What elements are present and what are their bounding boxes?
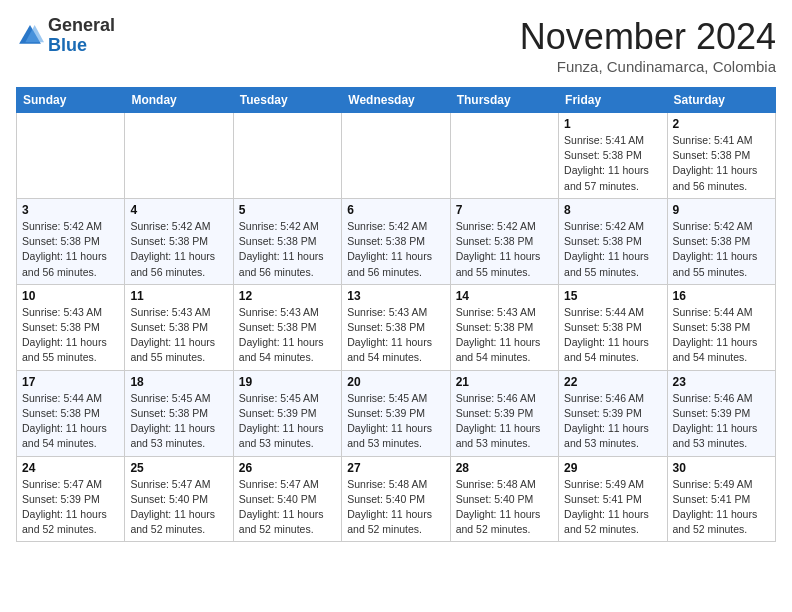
- day-number: 11: [130, 289, 227, 303]
- calendar-week-row: 24Sunrise: 5:47 AMSunset: 5:39 PMDayligh…: [17, 456, 776, 542]
- calendar-cell: 10Sunrise: 5:43 AMSunset: 5:38 PMDayligh…: [17, 284, 125, 370]
- calendar-cell: 3Sunrise: 5:42 AMSunset: 5:38 PMDaylight…: [17, 198, 125, 284]
- weekday-header-cell: Tuesday: [233, 88, 341, 113]
- day-info: Sunrise: 5:45 AMSunset: 5:39 PMDaylight:…: [239, 391, 336, 452]
- day-info: Sunrise: 5:42 AMSunset: 5:38 PMDaylight:…: [347, 219, 444, 280]
- day-info: Sunrise: 5:46 AMSunset: 5:39 PMDaylight:…: [456, 391, 553, 452]
- weekday-header-cell: Wednesday: [342, 88, 450, 113]
- calendar-cell: 13Sunrise: 5:43 AMSunset: 5:38 PMDayligh…: [342, 284, 450, 370]
- day-number: 4: [130, 203, 227, 217]
- day-info: Sunrise: 5:42 AMSunset: 5:38 PMDaylight:…: [673, 219, 770, 280]
- location: Funza, Cundinamarca, Colombia: [520, 58, 776, 75]
- weekday-header-row: SundayMondayTuesdayWednesdayThursdayFrid…: [17, 88, 776, 113]
- day-number: 24: [22, 461, 119, 475]
- calendar-cell: [233, 113, 341, 199]
- calendar-cell: 19Sunrise: 5:45 AMSunset: 5:39 PMDayligh…: [233, 370, 341, 456]
- calendar-cell: 17Sunrise: 5:44 AMSunset: 5:38 PMDayligh…: [17, 370, 125, 456]
- weekday-header-cell: Monday: [125, 88, 233, 113]
- day-info: Sunrise: 5:45 AMSunset: 5:38 PMDaylight:…: [130, 391, 227, 452]
- calendar-body: 1Sunrise: 5:41 AMSunset: 5:38 PMDaylight…: [17, 113, 776, 542]
- calendar-cell: 25Sunrise: 5:47 AMSunset: 5:40 PMDayligh…: [125, 456, 233, 542]
- calendar-cell: 23Sunrise: 5:46 AMSunset: 5:39 PMDayligh…: [667, 370, 775, 456]
- day-info: Sunrise: 5:45 AMSunset: 5:39 PMDaylight:…: [347, 391, 444, 452]
- calendar-cell: 5Sunrise: 5:42 AMSunset: 5:38 PMDaylight…: [233, 198, 341, 284]
- day-info: Sunrise: 5:47 AMSunset: 5:39 PMDaylight:…: [22, 477, 119, 538]
- calendar-week-row: 1Sunrise: 5:41 AMSunset: 5:38 PMDaylight…: [17, 113, 776, 199]
- day-info: Sunrise: 5:42 AMSunset: 5:38 PMDaylight:…: [564, 219, 661, 280]
- day-number: 29: [564, 461, 661, 475]
- title-block: November 2024 Funza, Cundinamarca, Colom…: [520, 16, 776, 75]
- calendar-cell: 18Sunrise: 5:45 AMSunset: 5:38 PMDayligh…: [125, 370, 233, 456]
- day-number: 9: [673, 203, 770, 217]
- weekday-header-cell: Saturday: [667, 88, 775, 113]
- day-info: Sunrise: 5:42 AMSunset: 5:38 PMDaylight:…: [22, 219, 119, 280]
- calendar-cell: 24Sunrise: 5:47 AMSunset: 5:39 PMDayligh…: [17, 456, 125, 542]
- calendar-cell: 4Sunrise: 5:42 AMSunset: 5:38 PMDaylight…: [125, 198, 233, 284]
- calendar-cell: 28Sunrise: 5:48 AMSunset: 5:40 PMDayligh…: [450, 456, 558, 542]
- calendar-cell: 1Sunrise: 5:41 AMSunset: 5:38 PMDaylight…: [559, 113, 667, 199]
- day-number: 15: [564, 289, 661, 303]
- day-number: 17: [22, 375, 119, 389]
- calendar-cell: [125, 113, 233, 199]
- calendar-cell: 11Sunrise: 5:43 AMSunset: 5:38 PMDayligh…: [125, 284, 233, 370]
- page-header: General Blue November 2024 Funza, Cundin…: [16, 16, 776, 75]
- day-number: 30: [673, 461, 770, 475]
- weekday-header-cell: Friday: [559, 88, 667, 113]
- calendar-cell: [342, 113, 450, 199]
- day-info: Sunrise: 5:41 AMSunset: 5:38 PMDaylight:…: [673, 133, 770, 194]
- day-number: 23: [673, 375, 770, 389]
- calendar-cell: 14Sunrise: 5:43 AMSunset: 5:38 PMDayligh…: [450, 284, 558, 370]
- day-info: Sunrise: 5:42 AMSunset: 5:38 PMDaylight:…: [239, 219, 336, 280]
- calendar-cell: 21Sunrise: 5:46 AMSunset: 5:39 PMDayligh…: [450, 370, 558, 456]
- day-info: Sunrise: 5:47 AMSunset: 5:40 PMDaylight:…: [130, 477, 227, 538]
- day-number: 6: [347, 203, 444, 217]
- day-info: Sunrise: 5:43 AMSunset: 5:38 PMDaylight:…: [456, 305, 553, 366]
- logo: General Blue: [16, 16, 115, 56]
- day-number: 1: [564, 117, 661, 131]
- calendar-cell: 22Sunrise: 5:46 AMSunset: 5:39 PMDayligh…: [559, 370, 667, 456]
- calendar-cell: 16Sunrise: 5:44 AMSunset: 5:38 PMDayligh…: [667, 284, 775, 370]
- calendar-cell: 30Sunrise: 5:49 AMSunset: 5:41 PMDayligh…: [667, 456, 775, 542]
- weekday-header-cell: Sunday: [17, 88, 125, 113]
- calendar-cell: 2Sunrise: 5:41 AMSunset: 5:38 PMDaylight…: [667, 113, 775, 199]
- logo-icon: [16, 22, 44, 50]
- day-info: Sunrise: 5:48 AMSunset: 5:40 PMDaylight:…: [347, 477, 444, 538]
- weekday-header-cell: Thursday: [450, 88, 558, 113]
- day-number: 18: [130, 375, 227, 389]
- day-number: 22: [564, 375, 661, 389]
- calendar-cell: [17, 113, 125, 199]
- day-info: Sunrise: 5:44 AMSunset: 5:38 PMDaylight:…: [673, 305, 770, 366]
- day-number: 25: [130, 461, 227, 475]
- calendar-cell: 20Sunrise: 5:45 AMSunset: 5:39 PMDayligh…: [342, 370, 450, 456]
- calendar-cell: 29Sunrise: 5:49 AMSunset: 5:41 PMDayligh…: [559, 456, 667, 542]
- day-info: Sunrise: 5:49 AMSunset: 5:41 PMDaylight:…: [564, 477, 661, 538]
- day-info: Sunrise: 5:43 AMSunset: 5:38 PMDaylight:…: [130, 305, 227, 366]
- day-number: 7: [456, 203, 553, 217]
- calendar-cell: 15Sunrise: 5:44 AMSunset: 5:38 PMDayligh…: [559, 284, 667, 370]
- calendar-cell: 27Sunrise: 5:48 AMSunset: 5:40 PMDayligh…: [342, 456, 450, 542]
- calendar-cell: 12Sunrise: 5:43 AMSunset: 5:38 PMDayligh…: [233, 284, 341, 370]
- calendar-cell: 8Sunrise: 5:42 AMSunset: 5:38 PMDaylight…: [559, 198, 667, 284]
- day-info: Sunrise: 5:41 AMSunset: 5:38 PMDaylight:…: [564, 133, 661, 194]
- day-number: 3: [22, 203, 119, 217]
- month-title: November 2024: [520, 16, 776, 58]
- day-info: Sunrise: 5:43 AMSunset: 5:38 PMDaylight:…: [347, 305, 444, 366]
- day-number: 27: [347, 461, 444, 475]
- calendar-cell: 26Sunrise: 5:47 AMSunset: 5:40 PMDayligh…: [233, 456, 341, 542]
- day-number: 10: [22, 289, 119, 303]
- calendar-cell: 6Sunrise: 5:42 AMSunset: 5:38 PMDaylight…: [342, 198, 450, 284]
- calendar-cell: 7Sunrise: 5:42 AMSunset: 5:38 PMDaylight…: [450, 198, 558, 284]
- day-info: Sunrise: 5:44 AMSunset: 5:38 PMDaylight:…: [564, 305, 661, 366]
- day-info: Sunrise: 5:43 AMSunset: 5:38 PMDaylight:…: [22, 305, 119, 366]
- day-number: 2: [673, 117, 770, 131]
- day-number: 21: [456, 375, 553, 389]
- day-info: Sunrise: 5:46 AMSunset: 5:39 PMDaylight:…: [673, 391, 770, 452]
- logo-text: General Blue: [48, 16, 115, 56]
- day-info: Sunrise: 5:47 AMSunset: 5:40 PMDaylight:…: [239, 477, 336, 538]
- day-info: Sunrise: 5:42 AMSunset: 5:38 PMDaylight:…: [456, 219, 553, 280]
- day-number: 8: [564, 203, 661, 217]
- day-number: 5: [239, 203, 336, 217]
- calendar-cell: 9Sunrise: 5:42 AMSunset: 5:38 PMDaylight…: [667, 198, 775, 284]
- day-number: 20: [347, 375, 444, 389]
- day-info: Sunrise: 5:44 AMSunset: 5:38 PMDaylight:…: [22, 391, 119, 452]
